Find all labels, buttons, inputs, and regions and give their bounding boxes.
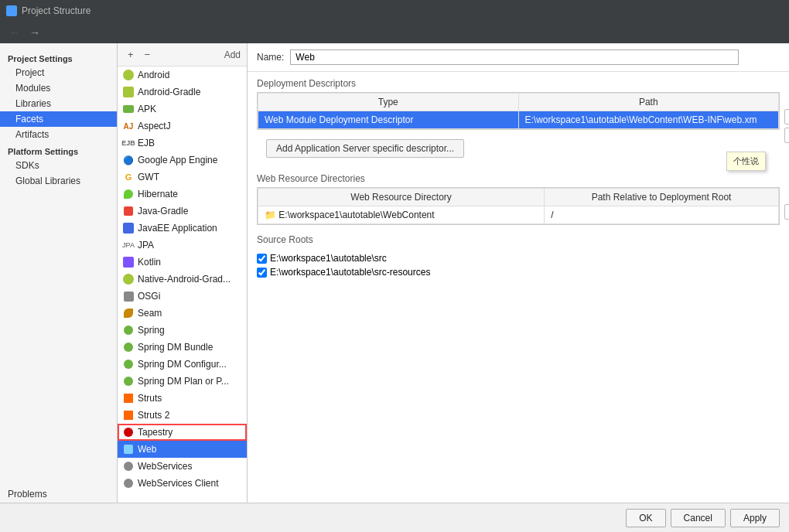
list-item-aspectj[interactable]: AJ AspectJ [118, 118, 247, 135]
cancel-button[interactable]: Cancel [671, 509, 726, 527]
gwt-icon: G [122, 171, 135, 183]
deployment-descriptors-title: Deployment Descriptors [248, 72, 789, 92]
list-item-android-gradle[interactable]: Android-Gradle [118, 84, 247, 101]
apk-icon [122, 103, 135, 115]
list-item-spring[interactable]: Spring [118, 322, 247, 339]
list-item-jpa[interactable]: JPA JPA [118, 237, 247, 254]
list-item-spring-dm-plan[interactable]: Spring DM Plan or P... [118, 373, 247, 390]
list-item-web[interactable]: Web [118, 441, 247, 458]
list-item-webservices-client[interactable]: WebServices Client [118, 475, 247, 492]
struts-icon [122, 392, 135, 404]
list-item-android[interactable]: Android [118, 66, 247, 84]
right-panel: Name: Deployment Descriptors Type Path [248, 43, 789, 503]
type-column-header: Type [258, 94, 519, 111]
add-panel: + − Add Android Android-Gradle APK AJ As… [118, 43, 248, 503]
java-gradle-icon [122, 205, 135, 217]
sidebar-item-facets[interactable]: Facets [0, 111, 117, 127]
jpa-icon: JPA [122, 239, 135, 251]
resource-row[interactable]: 📁 E:\workspace1\autotable\WebContent / [258, 206, 779, 224]
native-android-icon [122, 273, 135, 285]
webservices-icon [122, 460, 135, 472]
source-root-path-1: E:\workspace1\autotable\src-resources [270, 267, 430, 278]
list-item-native-android[interactable]: Native-Android-Grad... [118, 271, 247, 288]
add-facet-button[interactable]: + [124, 46, 138, 63]
sidebar-item-artifacts[interactable]: Artifacts [0, 127, 117, 142]
add-toolbar: + − Add [118, 43, 247, 66]
source-root-checkbox-0[interactable] [257, 254, 267, 264]
title-text: Project Structure [22, 5, 91, 16]
ok-button[interactable]: OK [626, 509, 665, 527]
web-icon [122, 443, 135, 455]
spring-icon [122, 324, 135, 336]
descriptor-edit-button[interactable]: ✎ [784, 128, 789, 143]
list-item-webservices[interactable]: WebServices [118, 458, 247, 475]
list-item-tapestry[interactable]: Tapestry [118, 424, 247, 441]
hibernate-icon [122, 188, 135, 200]
source-root-checkbox-1[interactable] [257, 268, 267, 278]
list-item-ejb[interactable]: EJB EJB [118, 135, 247, 152]
descriptor-path: E:\workspace1\autotable\WebContent\WEB-I… [518, 111, 779, 129]
list-item-struts2[interactable]: Struts 2 [118, 407, 247, 424]
spring-dm-plan-icon [122, 375, 135, 387]
sidebar-item-project[interactable]: Project [0, 65, 117, 80]
spring-dm-config-icon [122, 358, 135, 370]
sidebar-item-global-libraries[interactable]: Global Libraries [0, 173, 117, 189]
aspectj-icon: AJ [122, 120, 135, 132]
name-input[interactable] [290, 49, 739, 65]
forward-button[interactable]: → [26, 26, 43, 39]
descriptor-add-button[interactable]: + [784, 109, 789, 124]
right-scroll: Deployment Descriptors Type Path [248, 72, 789, 503]
spring-dm-bundle-icon [122, 341, 135, 353]
android-gradle-icon [122, 86, 135, 98]
source-root-row-1: E:\workspace1\autotable\src-resources [257, 265, 780, 279]
tapestry-icon [122, 426, 135, 438]
descriptor-row[interactable]: Web Module Deployment Descriptor E:\work… [258, 111, 779, 129]
back-button[interactable]: ← [6, 26, 23, 39]
webservices-client-icon [122, 477, 135, 489]
platform-settings-label: Platform Settings [0, 142, 117, 158]
list-item-java-gradle[interactable]: Java-Gradle [118, 203, 247, 220]
kotlin-icon [122, 256, 135, 268]
seam-icon [122, 307, 135, 319]
list-item-javaee[interactable]: JavaEE Application [118, 220, 247, 237]
app-icon [6, 5, 17, 16]
sidebar: Project Settings Project Modules Librari… [0, 43, 118, 503]
resource-add-button[interactable]: + [784, 204, 789, 220]
sidebar-item-problems[interactable]: Problems [0, 486, 117, 503]
struts2-icon [122, 409, 135, 421]
list-item-osgi[interactable]: OSGi [118, 288, 247, 305]
resource-dir-column-header: Web Resource Directory [258, 189, 545, 206]
list-item-struts[interactable]: Struts [118, 390, 247, 407]
sidebar-item-sdks[interactable]: SDKs [0, 158, 117, 173]
list-item-gae[interactable]: 🔵 Google App Engine [118, 152, 247, 169]
javaee-icon [122, 222, 135, 234]
list-item-gwt[interactable]: G GWT [118, 169, 247, 186]
name-label: Name: [257, 52, 284, 63]
bottom-bar: OK Cancel Apply [0, 503, 789, 532]
list-item-apk[interactable]: APK [118, 101, 247, 118]
nav-arrows: ← → [0, 22, 789, 43]
list-item-spring-dm-config[interactable]: Spring DM Configur... [118, 356, 247, 373]
folder-icon: 📁 [265, 210, 276, 220]
gae-icon: 🔵 [122, 154, 135, 166]
list-item-spring-dm-bundle[interactable]: Spring DM Bundle [118, 339, 247, 356]
source-roots-section: E:\workspace1\autotable\src E:\workspace… [248, 248, 789, 282]
add-descriptor-button[interactable]: Add Application Server specific descript… [266, 139, 464, 158]
remove-facet-button[interactable]: − [141, 46, 155, 63]
list-item-seam[interactable]: Seam [118, 305, 247, 322]
add-label: Add [224, 49, 241, 60]
source-root-row-0: E:\workspace1\autotable\src [257, 251, 780, 265]
sidebar-item-libraries[interactable]: Libraries [0, 96, 117, 111]
source-roots-title: Source Roots [248, 228, 789, 248]
android-icon [122, 69, 135, 81]
osgi-icon [122, 290, 135, 302]
list-item-hibernate[interactable]: Hibernate [118, 186, 247, 203]
path-column-header: Path [518, 94, 779, 111]
sidebar-item-modules[interactable]: Modules [0, 80, 117, 96]
facet-list: Android Android-Gradle APK AJ AspectJ EJ… [118, 66, 247, 503]
list-item-kotlin[interactable]: Kotlin [118, 254, 247, 271]
ejb-icon: EJB [122, 137, 135, 149]
apply-button[interactable]: Apply [730, 509, 780, 527]
web-resource-directories-title: Web Resource Directories [248, 167, 789, 187]
name-row: Name: [248, 43, 789, 72]
